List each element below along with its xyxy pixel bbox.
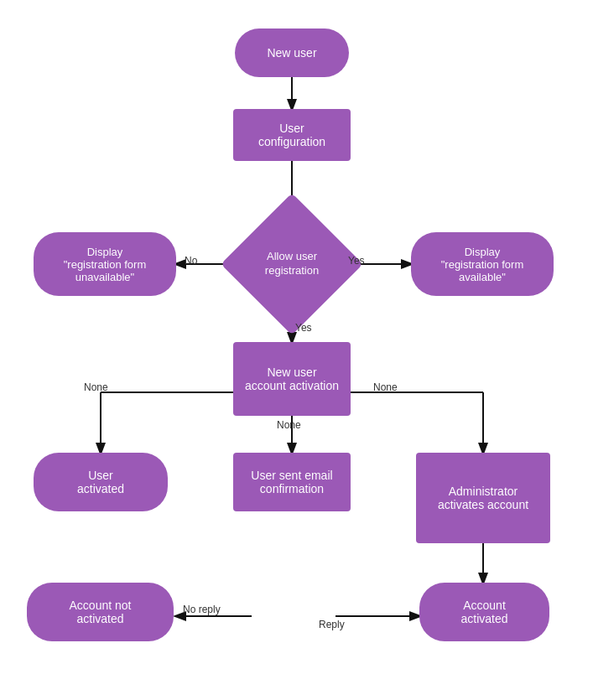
account-not-activated-node: Account notactivated (27, 583, 174, 641)
user-config-node: Userconfiguration (233, 109, 351, 161)
user-activated-node: Useractivated (34, 453, 168, 511)
admin-activates-node: Administratoractivates account (416, 453, 550, 543)
display-available-node: Display"registration formavailable" (411, 232, 554, 296)
display-unavailable-node: Display"registration formunavailable" (34, 232, 176, 296)
new-user-node: New user (235, 29, 349, 77)
flowchart-diagram: New user Userconfiguration Allow userreg… (0, 0, 593, 700)
new-user-activation-node: New useraccount activation (233, 342, 351, 416)
allow-reg-diamond: Allow userregistration (242, 210, 342, 319)
no-label: No (185, 255, 197, 267)
account-activated-node: Accountactivated (419, 583, 549, 641)
none3-label: None (373, 381, 398, 393)
none2-label: None (277, 419, 301, 431)
yes-right-label: Yes (348, 255, 365, 267)
no-reply-label: No reply (183, 604, 221, 615)
yes-down-label: Yes (295, 322, 312, 334)
user-sent-email-node: User sent emailconfirmation (233, 453, 351, 511)
reply-label: Reply (319, 619, 345, 630)
none1-label: None (84, 381, 108, 393)
